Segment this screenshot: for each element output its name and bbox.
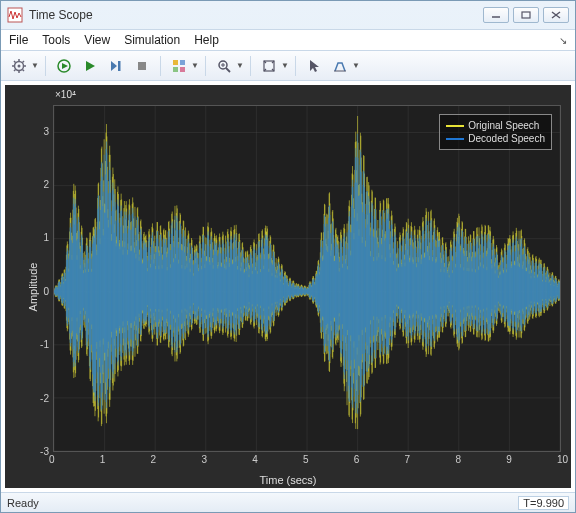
xtick-label: 6 bbox=[354, 454, 360, 465]
legend-label-decoded: Decoded Speech bbox=[468, 132, 545, 145]
toolbar: ▼ ▼ ▼ ▼ ▼ bbox=[1, 51, 575, 81]
dock-corner-icon[interactable]: ↘ bbox=[559, 35, 567, 46]
menu-simulation[interactable]: Simulation bbox=[124, 33, 180, 47]
ytick-label: -2 bbox=[40, 393, 49, 404]
svg-line-9 bbox=[14, 61, 16, 63]
minimize-button[interactable] bbox=[483, 7, 509, 23]
svg-line-12 bbox=[23, 61, 25, 63]
ytick-label: 1 bbox=[43, 232, 49, 243]
svg-rect-22 bbox=[180, 67, 185, 72]
autoscale-dropdown-icon[interactable]: ▼ bbox=[281, 61, 289, 70]
menu-view[interactable]: View bbox=[84, 33, 110, 47]
plot-svg bbox=[54, 106, 560, 451]
highlight-dropdown-icon[interactable]: ▼ bbox=[191, 61, 199, 70]
legend-item-original: Original Speech bbox=[446, 119, 545, 132]
ytick-label: 3 bbox=[43, 126, 49, 137]
ytick-label: -1 bbox=[40, 339, 49, 350]
time-scope-window: Time Scope File Tools View Simulation He… bbox=[0, 0, 576, 513]
xtick-label: 10 bbox=[557, 454, 568, 465]
x-axis-label: Time (secs) bbox=[259, 474, 316, 486]
legend[interactable]: Original Speech Decoded Speech bbox=[439, 114, 552, 150]
xtick-label: 8 bbox=[455, 454, 461, 465]
play-icon[interactable] bbox=[78, 54, 102, 78]
xtick-label: 4 bbox=[252, 454, 258, 465]
zoom-icon[interactable] bbox=[212, 54, 236, 78]
titlebar: Time Scope bbox=[1, 1, 575, 29]
svg-point-4 bbox=[18, 64, 21, 67]
autoscale-icon[interactable] bbox=[257, 54, 281, 78]
status-time: T=9.990 bbox=[518, 496, 569, 510]
svg-rect-21 bbox=[173, 67, 178, 72]
status-ready: Ready bbox=[7, 497, 39, 509]
legend-item-decoded: Decoded Speech bbox=[446, 132, 545, 145]
legend-swatch-original bbox=[446, 125, 464, 127]
xtick-label: 3 bbox=[201, 454, 207, 465]
zoom-dropdown-icon[interactable]: ▼ bbox=[236, 61, 244, 70]
xtick-label: 1 bbox=[100, 454, 106, 465]
window-buttons bbox=[483, 7, 569, 23]
window-title: Time Scope bbox=[29, 8, 483, 22]
menu-file[interactable]: File bbox=[9, 33, 28, 47]
svg-line-11 bbox=[14, 69, 16, 71]
marker-icon[interactable] bbox=[328, 54, 352, 78]
close-button[interactable] bbox=[543, 7, 569, 23]
xtick-label: 5 bbox=[303, 454, 309, 465]
xtick-label: 2 bbox=[151, 454, 157, 465]
menubar: File Tools View Simulation Help ↘ bbox=[1, 29, 575, 51]
step-icon[interactable] bbox=[104, 54, 128, 78]
svg-line-10 bbox=[23, 69, 25, 71]
highlight-icon[interactable] bbox=[167, 54, 191, 78]
svg-rect-19 bbox=[173, 60, 178, 65]
menu-help[interactable]: Help bbox=[194, 33, 219, 47]
y-multiplier-label: ×10⁴ bbox=[55, 89, 76, 100]
gear-icon[interactable] bbox=[7, 54, 31, 78]
cursor-icon[interactable] bbox=[302, 54, 326, 78]
plot-area: ×10⁴ Amplitude Time (secs) Original Spee… bbox=[1, 81, 575, 492]
stop-icon[interactable] bbox=[130, 54, 154, 78]
axes[interactable]: Original Speech Decoded Speech bbox=[53, 105, 561, 452]
ytick-label: 2 bbox=[43, 179, 49, 190]
svg-marker-15 bbox=[86, 61, 95, 71]
maximize-button[interactable] bbox=[513, 7, 539, 23]
run-icon[interactable] bbox=[52, 54, 76, 78]
svg-rect-2 bbox=[522, 12, 530, 18]
app-icon bbox=[7, 7, 23, 23]
gear-dropdown-icon[interactable]: ▼ bbox=[31, 61, 39, 70]
svg-marker-14 bbox=[62, 63, 68, 69]
ytick-label: 0 bbox=[43, 286, 49, 297]
svg-line-24 bbox=[226, 68, 230, 72]
legend-swatch-decoded bbox=[446, 138, 464, 140]
legend-label-original: Original Speech bbox=[468, 119, 539, 132]
marker-dropdown-icon[interactable]: ▼ bbox=[352, 61, 360, 70]
ytick-label: -3 bbox=[40, 446, 49, 457]
xtick-label: 7 bbox=[405, 454, 411, 465]
menu-tools[interactable]: Tools bbox=[42, 33, 70, 47]
svg-rect-17 bbox=[118, 61, 121, 71]
xtick-label: 0 bbox=[49, 454, 55, 465]
xtick-label: 9 bbox=[506, 454, 512, 465]
svg-rect-20 bbox=[180, 60, 185, 65]
y-axis-label: Amplitude bbox=[27, 262, 39, 311]
plot-frame: ×10⁴ Amplitude Time (secs) Original Spee… bbox=[5, 85, 571, 488]
svg-rect-18 bbox=[138, 62, 146, 70]
svg-marker-16 bbox=[111, 61, 117, 71]
statusbar: Ready T=9.990 bbox=[1, 492, 575, 512]
